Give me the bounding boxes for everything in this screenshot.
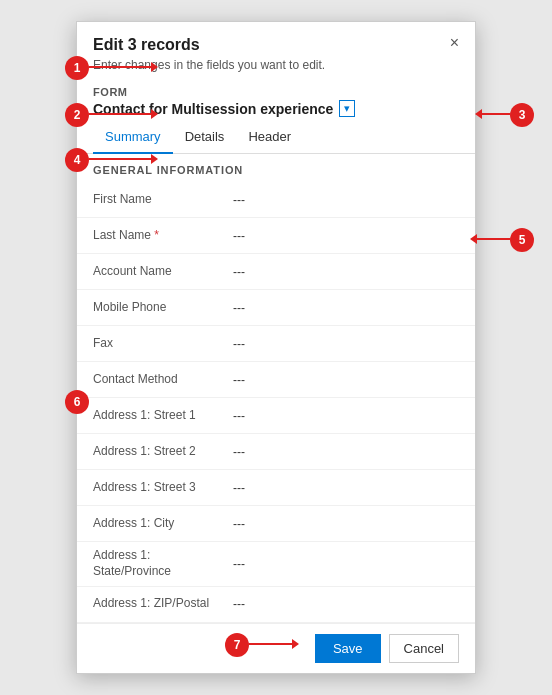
form-label: Form [93,86,459,98]
field-label-lastname: Last Name [93,228,233,244]
arrow-1 [89,66,153,68]
field-label-contactmethod: Contact Method [93,372,233,388]
annotation-7: 7 [225,633,249,657]
field-row-zip: Address 1: ZIP/Postal --- [77,587,475,623]
field-value-street2[interactable]: --- [233,445,459,459]
dialog-header: Edit 3 records Enter changes in the fiel… [77,22,475,80]
tab-details[interactable]: Details [173,121,237,154]
field-row-mobilephone: Mobile Phone --- [77,290,475,326]
dialog-title: Edit 3 records [93,36,459,54]
field-label-zip: Address 1: ZIP/Postal [93,596,233,612]
field-label-fax: Fax [93,336,233,352]
arrow-4 [89,158,153,160]
field-row-city: Address 1: City --- [77,506,475,542]
annotation-3: 3 [510,103,534,127]
field-value-fax[interactable]: --- [233,337,459,351]
tabs-container: Summary Details Header [77,121,475,154]
field-label-accountname: Account Name [93,264,233,280]
arrowhead-3 [475,109,482,119]
field-row-street2: Address 1: Street 2 --- [77,434,475,470]
field-label-mobilephone: Mobile Phone [93,300,233,316]
field-value-lastname[interactable]: --- [233,229,459,243]
tab-header[interactable]: Header [236,121,303,154]
arrowhead-4 [151,154,158,164]
field-value-firstname[interactable]: --- [233,193,459,207]
field-value-mobilephone[interactable]: --- [233,301,459,315]
annotation-1: 1 [65,56,89,80]
arrow-5 [475,238,510,240]
field-row-state: Address 1: State/Province --- [77,542,475,586]
arrow-2 [89,113,153,115]
field-row-fax: Fax --- [77,326,475,362]
field-label-street2: Address 1: Street 2 [93,444,233,460]
field-label-street1: Address 1: Street 1 [93,408,233,424]
field-row-firstname: First Name --- [77,182,475,218]
annotation-2: 2 [65,103,89,127]
arrowhead-5 [470,234,477,244]
arrow-7 [249,643,294,645]
arrowhead-2 [151,109,158,119]
field-label-state: Address 1: State/Province [93,548,233,579]
dialog-footer: Save Cancel [77,623,475,673]
field-value-street3[interactable]: --- [233,481,459,495]
arrow-3 [480,113,510,115]
field-row-lastname: Last Name --- [77,218,475,254]
tab-summary[interactable]: Summary [93,121,173,154]
cancel-button[interactable]: Cancel [389,634,459,663]
field-value-state[interactable]: --- [233,557,459,571]
field-row-contactmethod: Contact Method --- [77,362,475,398]
edit-records-dialog: Edit 3 records Enter changes in the fiel… [76,21,476,673]
close-button[interactable]: × [444,32,465,54]
arrowhead-7 [292,639,299,649]
field-label-firstname: First Name [93,192,233,208]
field-label-street3: Address 1: Street 3 [93,480,233,496]
field-row-street1: Address 1: Street 1 --- [77,398,475,434]
form-select-button[interactable]: ▾ [339,100,355,117]
arrowhead-1 [151,62,158,72]
save-button[interactable]: Save [315,634,381,663]
field-value-zip[interactable]: --- [233,597,459,611]
form-section: Form Contact for Multisession experience… [77,80,475,121]
field-value-accountname[interactable]: --- [233,265,459,279]
field-row-street3: Address 1: Street 3 --- [77,470,475,506]
field-row-accountname: Account Name --- [77,254,475,290]
field-label-city: Address 1: City [93,516,233,532]
field-value-city[interactable]: --- [233,517,459,531]
content-area[interactable]: GENERAL INFORMATION First Name --- Last … [77,154,475,622]
annotation-6: 6 [65,390,89,414]
field-value-contactmethod[interactable]: --- [233,373,459,387]
annotation-4: 4 [65,148,89,172]
field-value-street1[interactable]: --- [233,409,459,423]
annotation-5: 5 [510,228,534,252]
